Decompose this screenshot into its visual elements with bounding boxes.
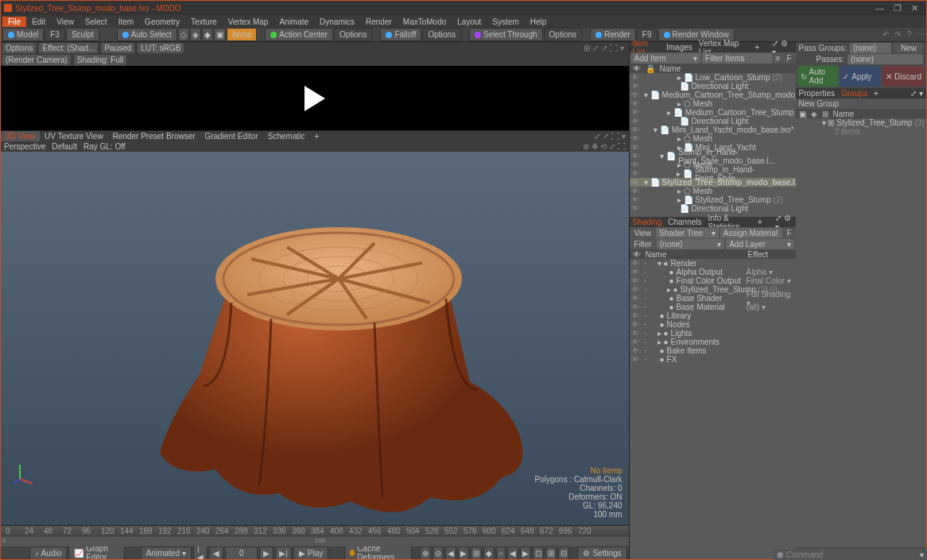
menu-select[interactable]: Select <box>80 17 113 27</box>
item-tree[interactable]: 👁▸ 📄 Low_Cartoon_Stump (2)👁 📄 Directiona… <box>630 73 796 217</box>
filteritems-dropdown[interactable]: Filter Items <box>702 53 772 64</box>
lut-label[interactable]: LUT: sRGB <box>138 43 184 53</box>
menu-icon[interactable]: ⋯ <box>917 30 925 39</box>
lock-icon[interactable]: 🔒 <box>646 64 655 73</box>
items-button[interactable]: Items <box>227 28 257 41</box>
tab-channels[interactable]: Channels <box>668 218 701 226</box>
audio-button[interactable]: ♪Audio <box>29 546 68 560</box>
tab-3dview[interactable]: 3D View <box>1 131 40 141</box>
tool-icon-10[interactable]: ⊡ <box>533 546 544 560</box>
vp-controls[interactable]: ⤢ ↗ ⛶ ▾ <box>591 132 628 141</box>
preview-viewport[interactable] <box>1 66 629 131</box>
settings-button[interactable]: ⚙Settings <box>577 546 626 560</box>
filter-icon[interactable]: ≡ <box>774 54 783 63</box>
menu-animate[interactable]: Animate <box>273 17 314 27</box>
new-button[interactable]: New <box>894 43 923 53</box>
tab-schematic[interactable]: Schematic <box>263 131 310 141</box>
eye-icon[interactable]: 👁 <box>633 64 641 73</box>
next-frame-button[interactable]: ▶ <box>259 546 273 560</box>
vp-icons[interactable]: ⊞ ⤢ ↗ ⛶ ▾ <box>580 43 626 53</box>
collapse-icon[interactable]: ▣ <box>799 110 806 118</box>
filter-dropdown[interactable]: (none)▾ <box>657 239 724 249</box>
command-bar[interactable]: ⊕ Command ▾ <box>774 549 927 560</box>
prev-frame-button[interactable]: ◀ <box>209 546 223 560</box>
tool-icon-11[interactable]: ⊞ <box>545 546 557 560</box>
tool-icon-12[interactable]: ⊟ <box>558 546 569 560</box>
undo-icon[interactable]: ↶ <box>882 30 889 39</box>
render-button[interactable]: Render <box>590 28 636 41</box>
tab-add-props[interactable]: + <box>874 89 879 98</box>
shading-label[interactable]: Shading: Full <box>74 55 126 65</box>
autoselect-button[interactable]: Auto Select <box>117 28 177 41</box>
default-label[interactable]: Default <box>52 142 77 151</box>
apply-button[interactable]: ✓Apply <box>840 66 881 87</box>
last-frame-button[interactable]: ▶| <box>275 546 292 560</box>
sculpt-button[interactable]: Sculpt <box>66 28 99 41</box>
tab-add-panel[interactable]: + <box>755 43 760 52</box>
menu-dynamics[interactable]: Dynamics <box>314 17 360 27</box>
tab-add-sh[interactable]: + <box>758 218 762 226</box>
tab-gradient[interactable]: Gradient Editor <box>200 131 263 141</box>
play-icon[interactable] <box>304 86 325 111</box>
tool-icon-9[interactable]: ▶ <box>520 546 531 560</box>
options-label[interactable]: Options <box>2 43 36 53</box>
menu-geometry[interactable]: Geometry <box>139 17 185 27</box>
lock-icon-2[interactable]: ⊞ <box>822 110 828 118</box>
options-button-3[interactable]: Options <box>544 28 582 41</box>
timeline[interactable]: 0244872961201441681922162402642883123363… <box>1 525 629 546</box>
maximize-button[interactable]: ❐ <box>894 3 902 14</box>
shader-tree[interactable]: 👁·▾ ● Render👁· ● Alpha OutputAlpha ▾👁· ●… <box>630 259 796 560</box>
autoadd-button[interactable]: ↻Auto Add <box>797 66 839 87</box>
tab-images[interactable]: Images <box>666 43 692 52</box>
close-button[interactable]: ✕ <box>911 3 918 14</box>
passgroup-dd[interactable]: (none) <box>850 43 891 53</box>
model-button[interactable]: Model <box>2 28 44 41</box>
groups-tree[interactable]: ▾ ⊞ Stylized_Tree_Stump (3) 3 items <box>796 118 926 547</box>
perspective-label[interactable]: Perspective <box>4 142 45 151</box>
animated-dropdown[interactable]: Animated ▾ <box>141 546 192 560</box>
additem-dropdown[interactable]: Add Item▾ <box>631 53 701 64</box>
search-icon-2[interactable]: F <box>784 229 793 238</box>
menu-vertexmap[interactable]: Vertex Map <box>223 17 274 27</box>
assignmaterial-button[interactable]: Assign Material <box>720 228 783 238</box>
options-button-1[interactable]: Options <box>334 28 372 41</box>
search-icon[interactable]: F <box>784 54 793 63</box>
tool-icon-6[interactable]: ◆ <box>483 546 495 560</box>
menu-file[interactable]: File <box>2 17 26 27</box>
tool-icon-5[interactable]: ⊞ <box>471 546 482 560</box>
tool-icon-2[interactable]: ⊖ <box>432 546 444 560</box>
actioncenter-button[interactable]: Action Center <box>265 28 333 41</box>
f3-button[interactable]: F3 <box>45 28 65 41</box>
falloff-button[interactable]: Falloff <box>380 28 421 41</box>
mode-icon-3[interactable]: ◆ <box>202 28 213 41</box>
menu-maxtomodo[interactable]: MaxToModo <box>398 17 452 27</box>
vp-nav-icons[interactable]: ⊕ ✥ ⟲ ⤢ ⛶ <box>583 142 625 151</box>
tab-renderpreset[interactable]: Render Preset Browser <box>108 131 200 141</box>
tab-groups[interactable]: Groups <box>841 89 867 98</box>
tool-icon-1[interactable]: ⊕ <box>420 546 431 560</box>
mode-icon-4[interactable]: ▣ <box>214 28 226 41</box>
axis-gizmo[interactable] <box>12 462 36 485</box>
redo-icon[interactable]: ↷ <box>894 30 901 39</box>
tab-uvtexture[interactable]: UV Texture View <box>40 131 108 141</box>
play-button[interactable]: ▶ Play <box>293 546 328 560</box>
tab-properties[interactable]: Properties <box>799 89 836 98</box>
raygl-label[interactable]: Ray GL: Off <box>83 142 126 151</box>
shadertree-dropdown[interactable]: Shader Tree▾ <box>656 228 719 238</box>
expand-icon[interactable]: ◈ <box>811 110 817 118</box>
passes-dd[interactable]: (none) <box>847 54 923 64</box>
tool-icon-7[interactable]: ○ <box>496 546 506 560</box>
newgroup-button[interactable]: New Group <box>796 98 926 109</box>
help-icon[interactable]: ? <box>906 30 911 39</box>
mode-icon-1[interactable]: ◇ <box>178 28 189 41</box>
menu-help[interactable]: Help <box>525 17 553 27</box>
menu-texture[interactable]: Texture <box>185 17 223 27</box>
menu-layout[interactable]: Layout <box>452 17 487 27</box>
panel-icons-3[interactable]: ⤢ ▾ <box>910 89 923 98</box>
menu-system[interactable]: System <box>487 17 524 27</box>
eye-icon-2[interactable]: 👁 <box>633 250 641 259</box>
3d-viewport[interactable]: No Items Polygons : Catmull-Clark Channe… <box>1 152 629 525</box>
menu-view[interactable]: View <box>51 17 80 27</box>
menu-render[interactable]: Render <box>360 17 398 27</box>
frame-input[interactable]: 0 <box>225 546 258 560</box>
